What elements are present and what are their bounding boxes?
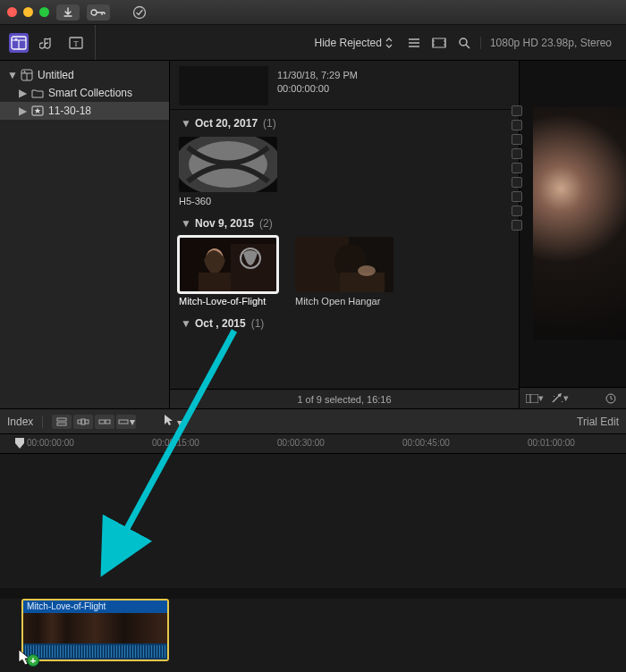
group-date: Oct 20, 2017	[195, 117, 258, 130]
playhead[interactable]	[14, 437, 25, 448]
clip-name: H5-360	[179, 196, 277, 206]
clip-item[interactable]: H5-360	[179, 137, 277, 206]
main-area: ▼ Untitled ▶ Smart Collections ▶ 11-30-1…	[0, 61, 626, 409]
timeline-ruler[interactable]: 00:00:00:00 00:00:15:00 00:00:30:00 00:0…	[0, 434, 626, 454]
filmstrip-checkbox[interactable]	[512, 105, 522, 116]
browser-toolbar: T Hide Rejected 1080p HD 23.98p, Stereo	[0, 25, 626, 61]
clip-audio-waveform	[23, 643, 167, 659]
filmstrip-checkbox[interactable]	[512, 191, 522, 202]
date-group-header[interactable]: ▼ Oct 20, 2017 (1)	[179, 110, 510, 137]
ruler-tick: 00:01:00:00	[528, 438, 575, 448]
library-icon	[21, 69, 33, 81]
insert-mode-buttons: ▾	[52, 415, 136, 429]
close-window-button[interactable]	[7, 7, 17, 17]
clip-thumbnail[interactable]	[179, 137, 277, 192]
browser-status-bar: 1 of 9 selected, 16:16	[170, 389, 519, 408]
viewer-preview[interactable]	[533, 107, 626, 340]
filmstrip-checkbox[interactable]	[512, 134, 522, 145]
svg-rect-23	[340, 273, 385, 292]
overwrite-clip-button[interactable]: ▾	[116, 415, 136, 429]
retime-tool-button[interactable]	[601, 391, 621, 406]
svg-marker-11	[35, 108, 41, 114]
updown-icon	[385, 38, 393, 48]
keyword-tool-button[interactable]	[87, 4, 110, 21]
filmstrip-checkbox[interactable]	[512, 177, 522, 188]
library-row[interactable]: ▼ Untitled	[0, 66, 169, 84]
svg-rect-27	[57, 418, 66, 421]
date-group-header[interactable]: ▼ Oct , 2015 (1)	[179, 310, 510, 337]
photos-audio-tab[interactable]	[38, 33, 57, 53]
disclosure-right-icon[interactable]: ▶	[18, 105, 27, 117]
sidebar-item-smart-collections[interactable]: ▶ Smart Collections	[0, 84, 169, 102]
clip-browser: 11/30/18, 7:29 PM 00:00:00:00 ▼ Oct 20, …	[170, 61, 519, 408]
svg-point-7	[460, 38, 467, 46]
date-group-header[interactable]: ▼ Nov 9, 2015 (2)	[179, 210, 510, 237]
svg-rect-34	[119, 420, 128, 424]
import-button[interactable]	[56, 4, 80, 21]
svg-rect-32	[99, 420, 105, 424]
browser-content[interactable]: ▼ Oct 20, 2017 (1) H5-360	[170, 110, 519, 389]
disclosure-down-icon[interactable]: ▼	[181, 217, 190, 230]
select-tool-button[interactable]: ▾	[163, 414, 182, 429]
filmstrip-view-button[interactable]	[430, 34, 448, 52]
filmstrip-checkbox[interactable]	[512, 163, 522, 173]
group-date: Oct , 2015	[195, 317, 246, 330]
insert-clip-button[interactable]	[73, 415, 93, 429]
ruler-tick: 00:00:30:00	[277, 438, 325, 448]
svg-point-1	[134, 6, 146, 18]
maximize-window-button[interactable]	[39, 7, 49, 17]
search-button[interactable]	[455, 34, 473, 52]
library-sidebar[interactable]: ▼ Untitled ▶ Smart Collections ▶ 11-30-1…	[0, 61, 170, 408]
project-name: Trial Edit	[577, 416, 619, 428]
svg-rect-33	[106, 420, 110, 424]
connect-clip-button[interactable]	[52, 415, 72, 429]
sidebar-item-event[interactable]: ▶ 11-30-18	[0, 102, 169, 120]
timeline-index-button[interactable]: Index	[7, 416, 43, 428]
list-view-button[interactable]	[405, 34, 423, 52]
view-layout-button[interactable]: ▾	[525, 391, 545, 406]
clip-title-bar: Mitch-Love-of-Flight	[23, 601, 167, 613]
titles-generators-tab[interactable]: T	[66, 33, 86, 53]
filmstrip-checkbox[interactable]	[512, 148, 522, 159]
format-info: 1080p HD 23.98p, Stereo	[480, 37, 621, 49]
clip-filtering-dropdown[interactable]: Hide Rejected	[309, 33, 398, 53]
libraries-tab[interactable]	[9, 33, 29, 53]
timeline-clip[interactable]: Mitch-Love-of-Flight	[21, 599, 169, 661]
append-clip-button[interactable]	[95, 415, 114, 429]
svg-point-0	[91, 10, 97, 15]
filmstrip-checkbox[interactable]	[512, 206, 522, 216]
filmstrip-checkbox[interactable]	[512, 120, 522, 130]
clip-filtering-label: Hide Rejected	[315, 37, 382, 49]
disclosure-down-icon[interactable]: ▼	[7, 69, 16, 81]
disclosure-down-icon[interactable]: ▼	[181, 317, 190, 330]
primary-storyline-lane	[0, 588, 626, 599]
clip-thumbnail[interactable]	[295, 237, 393, 292]
minimize-window-button[interactable]	[23, 7, 33, 17]
disclosure-down-icon[interactable]: ▼	[181, 117, 190, 130]
ruler-tick: 00:00:45:00	[402, 438, 450, 448]
browser-skimmer-row: 11/30/18, 7:29 PM 00:00:00:00	[170, 61, 519, 110]
svg-rect-31	[81, 419, 85, 424]
clip-thumbnail-selected[interactable]	[179, 237, 277, 292]
group-count: (1)	[263, 117, 276, 130]
effects-tool-button[interactable]: ▾	[550, 391, 570, 406]
skimmer-tc: 00:00:00:00	[277, 82, 358, 96]
clip-item[interactable]: Mitch Open Hangar	[295, 237, 393, 307]
ruler-tick: 00:00:15:00	[152, 438, 199, 448]
svg-rect-25	[526, 394, 538, 403]
event-icon	[31, 105, 44, 117]
skimmer-thumb[interactable]	[179, 66, 268, 105]
window-traffic-lights	[7, 7, 49, 17]
svg-point-24	[358, 265, 376, 276]
timeline-tracks[interactable]: Mitch-Love-of-Flight +	[0, 454, 626, 672]
disclosure-right-icon[interactable]: ▶	[18, 87, 27, 99]
svg-rect-6	[433, 38, 445, 47]
timeline[interactable]: 00:00:00:00 00:00:15:00 00:00:30:00 00:0…	[0, 434, 626, 672]
window-titlebar	[0, 0, 626, 25]
clip-item[interactable]: Mitch-Love-of-Flight	[179, 237, 277, 307]
svg-rect-28	[57, 423, 66, 425]
background-tasks-button[interactable]	[128, 4, 151, 21]
viewer-toolbar: ▾ ▾	[520, 387, 626, 408]
filmstrip-checkbox[interactable]	[512, 220, 522, 231]
skimmer-meta: 11/30/18, 7:29 PM 00:00:00:00	[277, 66, 358, 97]
